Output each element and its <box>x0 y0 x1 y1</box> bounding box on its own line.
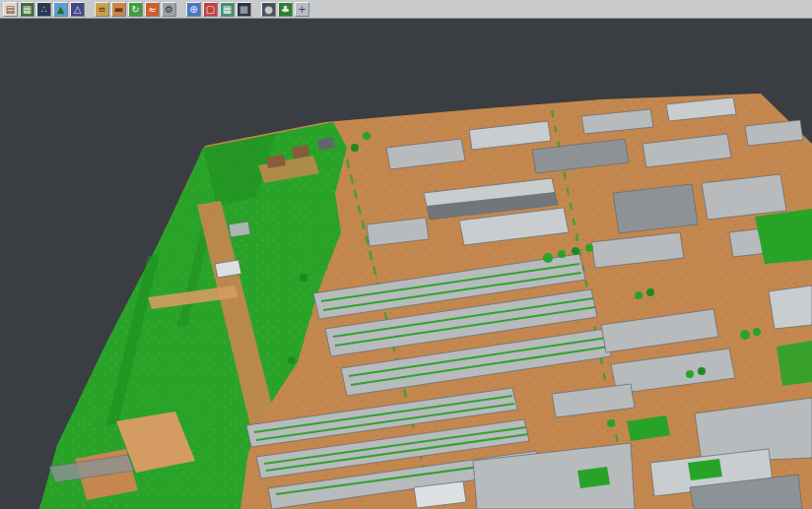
refresh-icon[interactable]: ↻ <box>128 2 143 17</box>
profile-icon[interactable]: ≈ <box>145 2 160 17</box>
point-cloud-scene <box>0 0 812 509</box>
application-window: ▤▦∴▲△≡▬↻≈⚙⊕▢▦■●♣+ <box>0 0 812 509</box>
settings-icon[interactable]: ⚙ <box>162 2 176 17</box>
vegetation-icon[interactable]: ♣ <box>278 2 293 17</box>
terrain-icon[interactable]: ▲ <box>53 2 68 17</box>
open-file-icon[interactable]: ▤ <box>3 2 18 17</box>
help-icon[interactable]: + <box>295 2 309 17</box>
ground-class-icon[interactable]: ▬ <box>111 2 126 17</box>
grid-icon[interactable]: ▦ <box>220 2 235 17</box>
toolbar: ▤▦∴▲△≡▬↻≈⚙⊕▢▦■●♣+ <box>0 0 812 19</box>
globe-icon[interactable]: ● <box>261 2 276 17</box>
mesh-icon[interactable]: △ <box>70 2 85 17</box>
dark-view-icon[interactable]: ■ <box>237 2 251 17</box>
palette-icon[interactable]: ≡ <box>95 2 109 17</box>
crosshair-icon[interactable]: ⊕ <box>186 2 201 17</box>
select-area-icon[interactable]: ▢ <box>203 2 218 17</box>
point-cloud-icon[interactable]: ∴ <box>36 2 51 17</box>
layers-icon[interactable]: ▦ <box>20 2 34 17</box>
3d-viewport[interactable] <box>0 0 812 509</box>
